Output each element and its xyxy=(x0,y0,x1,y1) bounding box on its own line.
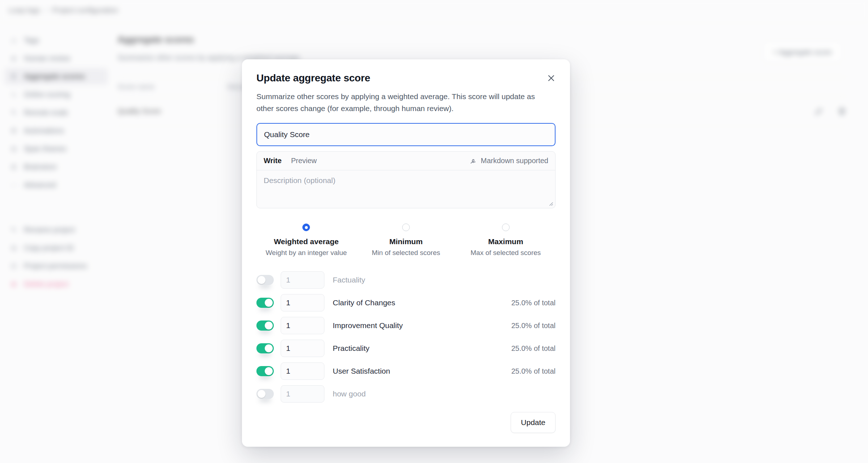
radio-minimum[interactable] xyxy=(402,224,410,231)
tab-write[interactable]: Write xyxy=(264,157,282,165)
score-label: how good xyxy=(333,390,366,398)
toggle-how-good[interactable] xyxy=(256,389,274,399)
toggle-factuality[interactable] xyxy=(256,275,274,285)
score-percent: 25.0% of total xyxy=(511,344,556,353)
weight-input-how-good[interactable] xyxy=(281,385,324,403)
score-label: Practicality xyxy=(333,344,370,353)
update-button[interactable]: Update xyxy=(511,412,556,433)
update-aggregate-score-modal: Update aggregate score Summarize other s… xyxy=(242,59,570,447)
weight-input-clarity-of-changes[interactable] xyxy=(281,294,324,311)
score-label: Clarity of Changes xyxy=(333,298,395,307)
score-row-practicality: Practicality 25.0% of total xyxy=(256,340,556,357)
score-name-input[interactable] xyxy=(256,123,556,146)
method-weighted-average[interactable]: Weighted average Weight by an integer va… xyxy=(256,224,356,257)
weight-input-user-satisfaction[interactable] xyxy=(281,362,324,380)
score-row-how-good: how good xyxy=(256,385,556,403)
score-percent: 25.0% of total xyxy=(511,299,556,307)
score-label: Improvement Quality xyxy=(333,321,403,330)
pen-icon xyxy=(469,157,477,165)
method-label: Minimum xyxy=(389,237,422,246)
score-percent: 25.0% of total xyxy=(511,367,556,375)
weight-input-factuality[interactable] xyxy=(281,271,324,289)
markdown-hint: Markdown supported xyxy=(469,157,548,165)
radio-maximum[interactable] xyxy=(502,224,510,231)
toggle-user-satisfaction[interactable] xyxy=(256,366,274,376)
modal-description: Summarize other scores by applying a wei… xyxy=(256,90,536,114)
score-label: Factuality xyxy=(333,276,365,284)
toggle-practicality[interactable] xyxy=(256,343,274,353)
modal-title: Update aggregate score xyxy=(256,72,370,84)
toggle-clarity-of-changes[interactable] xyxy=(256,298,274,308)
tab-preview[interactable]: Preview xyxy=(291,157,317,165)
radio-weighted-average[interactable] xyxy=(302,224,310,231)
score-row-clarity-of-changes: Clarity of Changes 25.0% of total xyxy=(256,294,556,311)
method-sublabel: Min of selected scores xyxy=(372,249,440,257)
method-maximum[interactable]: Maximum Max of selected scores xyxy=(456,224,556,257)
score-percent: 25.0% of total xyxy=(511,322,556,330)
score-row-user-satisfaction: User Satisfaction 25.0% of total xyxy=(256,362,556,380)
score-row-improvement-quality: Improvement Quality 25.0% of total xyxy=(256,317,556,334)
close-icon[interactable] xyxy=(545,72,558,85)
description-composer: Write Preview Markdown supported xyxy=(256,151,556,208)
app-window: Loop logs / Project configuration ◇ Tags… xyxy=(0,0,868,463)
method-sublabel: Weight by an integer value xyxy=(266,249,347,257)
score-row-factuality: Factuality xyxy=(256,271,556,289)
score-weight-list: Factuality Clarity of Changes 25.0% of t… xyxy=(256,271,556,403)
method-label: Maximum xyxy=(488,237,523,246)
toggle-improvement-quality[interactable] xyxy=(256,320,274,331)
method-label: Weighted average xyxy=(274,237,339,246)
description-textarea[interactable] xyxy=(257,170,555,208)
markdown-hint-label: Markdown supported xyxy=(481,157,548,165)
weight-input-practicality[interactable] xyxy=(281,340,324,357)
method-minimum[interactable]: Minimum Min of selected scores xyxy=(356,224,456,257)
method-sublabel: Max of selected scores xyxy=(471,249,541,257)
weight-input-improvement-quality[interactable] xyxy=(281,317,324,334)
score-label: User Satisfaction xyxy=(333,367,390,375)
aggregation-method-group: Weighted average Weight by an integer va… xyxy=(256,224,556,257)
